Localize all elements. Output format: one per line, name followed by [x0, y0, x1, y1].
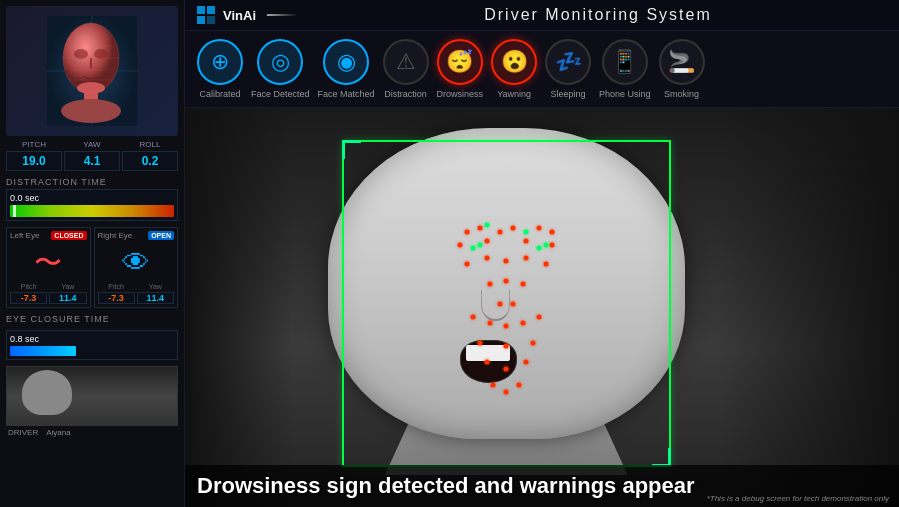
status-icon-phone-using: 📱 — [602, 39, 648, 85]
left-eye-icon: 〜 — [10, 243, 87, 283]
left-eye-status: CLOSED — [51, 231, 86, 240]
right-eye-yaw-val: 11.4 — [137, 292, 174, 304]
distraction-bar-gradient — [10, 205, 174, 217]
status-item-calibrated: ⊕Calibrated — [197, 39, 243, 99]
status-label-face-detected: Face Detected — [251, 89, 310, 99]
left-eye-pitch-val: -7.3 — [10, 292, 47, 304]
face-detection-box — [342, 140, 670, 467]
left-panel: Pitch Yaw Roll 19.0 4.1 0.2 DISTRACTION … — [0, 0, 185, 507]
pitch-value: 19.0 — [6, 151, 62, 171]
status-label-smoking: Smoking — [664, 89, 699, 99]
eye-closure-section-label: EYE CLOSURE TIME — [6, 314, 178, 324]
status-item-smoking: 🚬Smoking — [659, 39, 705, 99]
driver-thumb-bg — [7, 367, 177, 425]
top-bar: VinAi Driver Monitoring System — [185, 0, 899, 31]
status-row: ⊕Calibrated◎Face Detected◉Face Matched⚠D… — [185, 31, 899, 108]
roll-label: Roll — [122, 140, 178, 149]
left-eye-header: Left Eye CLOSED — [10, 231, 87, 240]
status-item-face-detected: ◎Face Detected — [251, 39, 310, 99]
status-icon-drowsiness: 😴 — [437, 39, 483, 85]
main-container: Pitch Yaw Roll 19.0 4.1 0.2 DISTRACTION … — [0, 0, 899, 507]
right-eye-box: Right Eye OPEN 👁 Pitch Yaw -7.3 11.4 — [94, 227, 179, 308]
eye-closed-symbol: 〜 — [34, 249, 62, 277]
status-item-drowsiness: 😴Drowsiness — [437, 39, 484, 99]
subtitle-bar: Drowsiness sign detected and warnings ap… — [185, 465, 899, 507]
status-icon-smoking: 🚬 — [659, 39, 705, 85]
driver-name-bar: DRIVER Aiyana — [6, 428, 178, 437]
eye-closure-value: 0.8 sec — [10, 334, 174, 344]
roll-value: 0.2 — [122, 151, 178, 171]
logo-area: VinAi — [195, 4, 297, 26]
right-eye-pitch-label: Pitch — [98, 283, 135, 290]
driver-thumbnail — [6, 366, 178, 426]
status-icon-distraction: ⚠ — [383, 39, 429, 85]
logo-text: VinAi — [223, 8, 256, 23]
logo-divider — [267, 14, 298, 16]
head-model — [6, 6, 178, 136]
status-icon-yawning: 😮 — [491, 39, 537, 85]
distraction-indicator — [13, 205, 16, 217]
driver-name: Aiyana — [46, 428, 70, 437]
distraction-value: 0.0 sec — [10, 193, 174, 203]
eye-open-symbol: 👁 — [122, 249, 150, 277]
left-eye-pitch-label: Pitch — [10, 283, 47, 290]
eyes-row: Left Eye CLOSED 〜 Pitch Yaw -7.3 11.4 Ri… — [6, 227, 178, 308]
svg-point-5 — [94, 49, 108, 59]
status-item-phone-using: 📱Phone Using — [599, 39, 651, 99]
left-eye-yaw-label: Yaw — [49, 283, 86, 290]
right-eye-pitch-val: -7.3 — [98, 292, 135, 304]
status-label-distraction: Distraction — [384, 89, 427, 99]
status-item-yawning: 😮Yawning — [491, 39, 537, 99]
right-area: VinAi Driver Monitoring System ⊕Calibrat… — [185, 0, 899, 507]
orientation-grid: Pitch Yaw Roll 19.0 4.1 0.2 — [6, 140, 178, 171]
eye-closure-fill — [10, 346, 76, 356]
status-icon-face-detected: ◎ — [257, 39, 303, 85]
eye-closure-bar: 0.8 sec — [6, 330, 178, 360]
dark-right-overlay — [721, 108, 900, 507]
video-area: Drowsiness sign detected and warnings ap… — [185, 108, 899, 507]
svg-point-9 — [61, 99, 121, 123]
video-bg: Drowsiness sign detected and warnings ap… — [185, 108, 899, 507]
status-label-yawning: Yawning — [497, 89, 531, 99]
right-eye-icon: 👁 — [98, 243, 175, 283]
yaw-label: Yaw — [64, 140, 120, 149]
left-eye-yaw-val: 11.4 — [49, 292, 86, 304]
left-eye-box: Left Eye CLOSED 〜 Pitch Yaw -7.3 11.4 — [6, 227, 91, 308]
head-3d-svg — [47, 16, 137, 126]
right-eye-header: Right Eye OPEN — [98, 231, 175, 240]
driver-label: DRIVER — [8, 428, 38, 437]
status-label-calibrated: Calibrated — [199, 89, 240, 99]
status-icon-sleeping: 💤 — [545, 39, 591, 85]
svg-point-4 — [74, 49, 88, 59]
svg-rect-16 — [197, 6, 205, 14]
svg-rect-17 — [207, 6, 215, 14]
right-eye-status: OPEN — [148, 231, 174, 240]
right-eye-yaw-label: Yaw — [137, 283, 174, 290]
debug-notice: *This is a debug screen for tech demonst… — [707, 494, 889, 503]
status-icon-calibrated: ⊕ — [197, 39, 243, 85]
status-item-face-matched: ◉Face Matched — [318, 39, 375, 99]
distraction-section-label: DISTRACTION TIME — [6, 177, 178, 187]
svg-rect-18 — [197, 16, 205, 24]
dark-left-overlay — [185, 108, 292, 507]
status-label-drowsiness: Drowsiness — [437, 89, 484, 99]
distraction-bar: 0.0 sec — [6, 189, 178, 221]
status-label-face-matched: Face Matched — [318, 89, 375, 99]
driver-thumb-face — [22, 370, 72, 415]
left-eye-pyr: Pitch Yaw -7.3 11.4 — [10, 283, 87, 304]
yaw-value: 4.1 — [64, 151, 120, 171]
status-item-sleeping: 💤Sleeping — [545, 39, 591, 99]
pitch-label: Pitch — [6, 140, 62, 149]
right-eye-label: Right Eye — [98, 231, 133, 240]
status-item-distraction: ⚠Distraction — [383, 39, 429, 99]
right-eye-pyr: Pitch Yaw -7.3 11.4 — [98, 283, 175, 304]
left-eye-label: Left Eye — [10, 231, 39, 240]
logo-icon — [195, 4, 217, 26]
page-title: Driver Monitoring System — [307, 6, 889, 24]
status-icon-face-matched: ◉ — [323, 39, 369, 85]
svg-rect-19 — [207, 16, 215, 24]
status-label-sleeping: Sleeping — [551, 89, 586, 99]
status-label-phone-using: Phone Using — [599, 89, 651, 99]
